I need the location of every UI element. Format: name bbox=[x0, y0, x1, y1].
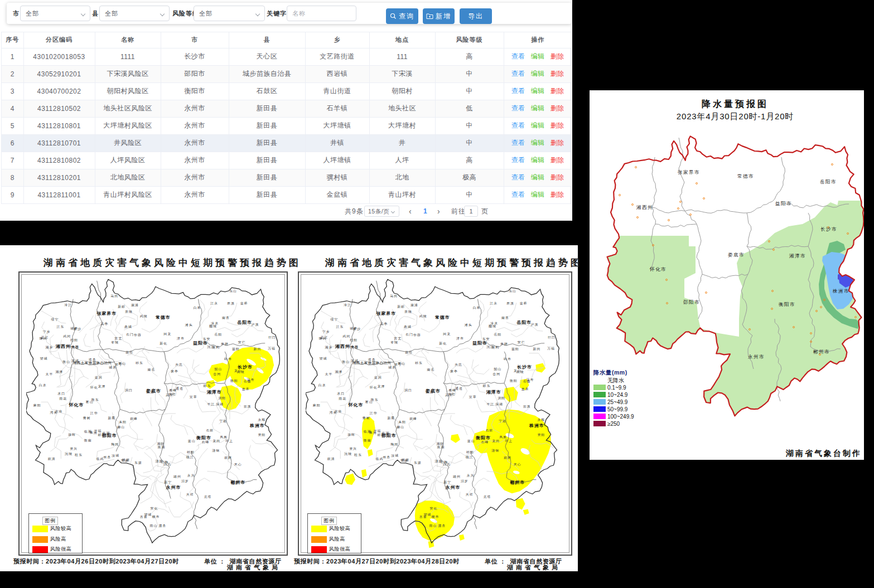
svg-text:通道: 通道 bbox=[176, 386, 184, 390]
svg-text:益阳: 益阳 bbox=[232, 347, 240, 351]
svg-text:马田: 马田 bbox=[110, 294, 118, 298]
svg-text:雨山: 雨山 bbox=[429, 524, 437, 528]
svg-text:新宁: 新宁 bbox=[443, 480, 451, 484]
svg-text:湘潭: 湘潭 bbox=[335, 370, 342, 375]
svg-text:码市: 码市 bbox=[224, 357, 232, 361]
svg-text:滩头: 滩头 bbox=[185, 323, 193, 327]
svg-text:江永: 江永 bbox=[490, 302, 498, 305]
svg-text:新晃: 新晃 bbox=[108, 416, 115, 420]
svg-text:大忠: 大忠 bbox=[455, 363, 462, 366]
svg-text:白果: 白果 bbox=[473, 306, 481, 309]
svg-text:云溪: 云溪 bbox=[523, 404, 531, 409]
svg-text:湘潭市: 湘潭市 bbox=[486, 390, 501, 395]
svg-text:湘乡: 湘乡 bbox=[325, 346, 333, 349]
svg-text:湾头: 湾头 bbox=[330, 411, 337, 415]
svg-text:长沙市: 长沙市 bbox=[238, 365, 253, 370]
svg-text:新宁: 新宁 bbox=[164, 480, 172, 484]
svg-text:横市: 横市 bbox=[432, 515, 440, 518]
svg-text:衡阳市: 衡阳市 bbox=[475, 435, 491, 440]
svg-text:双清: 双清 bbox=[327, 456, 335, 461]
svg-text:岳阳: 岳阳 bbox=[494, 333, 501, 337]
svg-text:通道: 通道 bbox=[455, 386, 463, 390]
svg-text:娄底市: 娄底市 bbox=[425, 389, 441, 394]
svg-text:云溪: 云溪 bbox=[244, 404, 252, 409]
svg-text:黄沙: 黄沙 bbox=[74, 327, 81, 331]
svg-text:嘉禾: 嘉禾 bbox=[242, 387, 250, 391]
svg-text:沅陵: 沅陵 bbox=[65, 452, 73, 456]
svg-text:资阳: 资阳 bbox=[258, 434, 265, 438]
svg-text:澧县: 澧县 bbox=[438, 524, 446, 528]
svg-text:靖州: 靖州 bbox=[453, 475, 461, 478]
svg-text:高亭: 高亭 bbox=[380, 322, 388, 325]
svg-text:鼎城: 鼎城 bbox=[404, 325, 412, 329]
svg-text:桃江: 桃江 bbox=[186, 455, 194, 459]
svg-text:湘潭市: 湘潭市 bbox=[789, 253, 806, 259]
svg-text:辰溪: 辰溪 bbox=[227, 301, 235, 305]
svg-text:周旺: 周旺 bbox=[448, 392, 456, 396]
svg-text:怀化: 怀化 bbox=[90, 386, 98, 390]
svg-text:黄沙: 黄沙 bbox=[353, 327, 361, 331]
svg-text:衡阳: 衡阳 bbox=[510, 380, 518, 383]
svg-text:南县: 南县 bbox=[501, 316, 509, 319]
svg-text:雁峰: 雁峰 bbox=[169, 388, 177, 392]
svg-text:衡山: 衡山 bbox=[62, 360, 70, 364]
svg-text:张家界市: 张家界市 bbox=[376, 311, 397, 316]
svg-text:汨罗: 汨罗 bbox=[461, 480, 469, 484]
svg-text:石门: 石门 bbox=[125, 332, 134, 337]
svg-text:沅陵: 沅陵 bbox=[344, 452, 352, 456]
svg-text:石门: 石门 bbox=[405, 332, 413, 337]
svg-text:汝城: 汝城 bbox=[391, 453, 399, 458]
svg-text:凤凰: 凤凰 bbox=[499, 435, 507, 439]
svg-text:茶陵: 茶陵 bbox=[404, 309, 412, 313]
svg-text:凤凰: 凤凰 bbox=[220, 435, 228, 439]
svg-text:津市: 津市 bbox=[177, 337, 185, 341]
svg-text:黄亭: 黄亭 bbox=[450, 369, 458, 373]
svg-text:金洞: 金洞 bbox=[95, 376, 103, 380]
svg-text:冷水: 冷水 bbox=[211, 322, 219, 325]
svg-text:回龙: 回龙 bbox=[163, 332, 171, 336]
svg-text:芙蓉: 芙蓉 bbox=[351, 346, 359, 349]
svg-text:涟源: 涟源 bbox=[155, 459, 163, 463]
svg-text:冷江: 冷江 bbox=[64, 303, 72, 307]
svg-text:安仁: 安仁 bbox=[238, 341, 246, 344]
svg-text:张家界市: 张家界市 bbox=[678, 169, 700, 175]
svg-text:宁乡: 宁乡 bbox=[322, 330, 330, 333]
svg-text:高亭: 高亭 bbox=[101, 322, 109, 325]
svg-text:石鼓: 石鼓 bbox=[485, 429, 493, 433]
svg-text:长沙市: 长沙市 bbox=[517, 365, 532, 370]
svg-text:水口: 水口 bbox=[336, 392, 345, 396]
svg-text:界牌: 界牌 bbox=[500, 342, 508, 346]
svg-text:桂阳: 桂阳 bbox=[349, 338, 358, 342]
svg-text:衡南: 衡南 bbox=[84, 439, 92, 443]
svg-text:衡阳市: 衡阳市 bbox=[779, 302, 795, 307]
svg-text:桂东: 桂东 bbox=[74, 453, 83, 456]
svg-text:龙田: 龙田 bbox=[492, 439, 500, 443]
svg-text:汝城: 汝城 bbox=[112, 453, 119, 458]
svg-text:长沙市: 长沙市 bbox=[820, 226, 837, 232]
svg-text:横市: 横市 bbox=[152, 515, 160, 518]
svg-text:安化: 安化 bbox=[430, 507, 438, 511]
svg-text:雨山: 雨山 bbox=[150, 524, 158, 528]
svg-text:石峰: 石峰 bbox=[201, 440, 209, 444]
svg-text:桃源: 桃源 bbox=[122, 458, 130, 462]
svg-text:邵阳市: 邵阳市 bbox=[102, 434, 117, 439]
svg-text:耒阳: 耒阳 bbox=[119, 420, 127, 424]
svg-text:祁阳: 祁阳 bbox=[187, 450, 195, 454]
svg-text:保靖: 保靖 bbox=[216, 402, 224, 406]
svg-text:麻阳: 麻阳 bbox=[33, 404, 41, 407]
svg-text:湘潭: 湘潭 bbox=[55, 370, 63, 375]
svg-text:临武: 临武 bbox=[96, 457, 104, 460]
svg-text:新化: 新化 bbox=[439, 342, 447, 346]
svg-text:雁峰: 雁峰 bbox=[448, 388, 456, 392]
svg-text:双清: 双清 bbox=[48, 456, 56, 461]
svg-text:炎陵: 炎陵 bbox=[237, 370, 245, 374]
svg-text:珠晖: 珠晖 bbox=[347, 434, 355, 437]
svg-text:邵东: 邵东 bbox=[482, 384, 490, 388]
svg-text:望城: 望城 bbox=[40, 356, 48, 360]
svg-text:华容: 华容 bbox=[413, 333, 421, 337]
svg-text:溆浦: 溆浦 bbox=[411, 303, 418, 307]
svg-text:湘西州: 湘西州 bbox=[636, 205, 653, 210]
svg-text:岳阳: 岳阳 bbox=[214, 333, 222, 337]
svg-text:会同: 会同 bbox=[492, 372, 500, 376]
svg-text:新邵: 新邵 bbox=[397, 305, 405, 309]
